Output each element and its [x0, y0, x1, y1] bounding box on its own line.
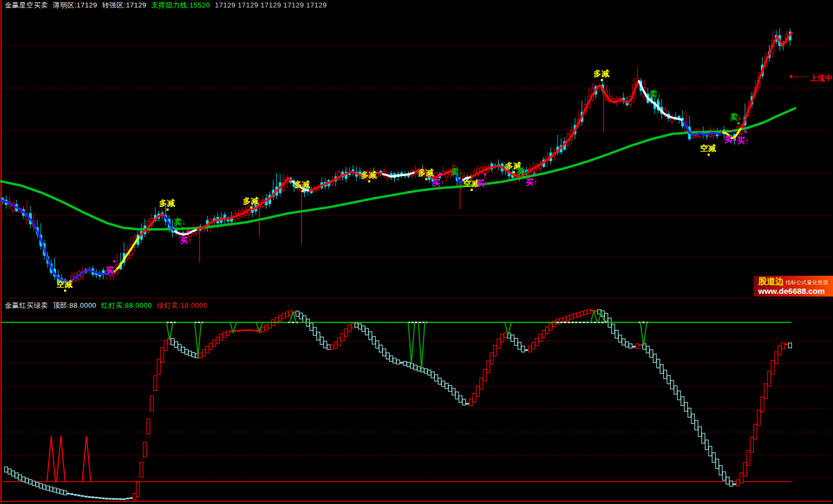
signal-dot [64, 290, 66, 292]
signal-dot [737, 122, 740, 124]
signal-label: 买↑ [526, 178, 538, 187]
signal-dot [166, 209, 169, 211]
signal-label: 买↑ [106, 266, 118, 275]
signal-dot [250, 206, 252, 209]
signal-label: 买↑ [737, 136, 749, 145]
chart-canvas[interactable]: 空减买↑多减卖↓买↑多减多减多减多减买↑卖↓空减买↑多减卖↓买↑多减卖↓空减买↑… [0, 0, 833, 504]
red-spike [57, 436, 65, 482]
signal-dot [513, 171, 515, 173]
signal-label: 买↑ [180, 236, 192, 245]
signal-label: 卖↓ [174, 217, 186, 226]
signal-dot [657, 99, 659, 101]
signal-dot [440, 173, 442, 175]
signal-dot [484, 173, 486, 175]
strong-zone-value: 转强区:17129 [102, 1, 146, 9]
green-v-mark [408, 323, 415, 364]
signal-label: 卖↓ [451, 167, 463, 176]
annotation-text: 上涨中 [810, 74, 832, 82]
top-panel-header: 金赢星空买卖薄弱区:17129转强区:17129支撑阻力线:1552017129… [5, 1, 332, 10]
signal-label: 卖↓ [730, 112, 742, 121]
signal-label: 多减 [243, 196, 259, 205]
signal-dot [425, 178, 427, 180]
signal-dot [744, 131, 747, 133]
watermark-tagline: 指标公式量化资源 [786, 279, 828, 285]
bottom-indicator-title: 金赢红买绿卖 [5, 301, 48, 309]
signal-label: 空减 [57, 279, 73, 289]
top-value: 顶部:88.0000 [53, 301, 97, 309]
green-v-mark [166, 323, 173, 341]
green-v-mark [418, 323, 425, 370]
signal-label: 卖↓ [649, 89, 662, 98]
signal-dot [708, 154, 710, 156]
annotation-dot [790, 75, 792, 78]
resistance-values: 17129 17129 17129 17129 17129 [215, 1, 327, 9]
bottom-panel-header: 金赢红买绿卖顶部:88.0000红灯买:88.0000绿灯卖:18.0000 [5, 301, 212, 310]
green-light-sell-value: 绿灯卖:18.0000 [157, 301, 208, 309]
signal-dot [458, 177, 461, 179]
signal-label: 多减 [361, 170, 377, 179]
watermark-brand: 股道边 [758, 277, 784, 286]
top-indicator-title: 金赢星空买卖 [5, 1, 48, 9]
bottom-candles [5, 310, 792, 500]
support-resistance-value: 支撑阻力线:15520 [152, 1, 210, 9]
trading-chart-window: 空减买↑多减卖↓买↑多减多减多减多减买↑卖↓空减买↑多减卖↓买↑多减卖↓空减买↑… [0, 0, 833, 504]
ma-line [1, 108, 795, 229]
signal-dot [471, 189, 473, 191]
weak-zone-value: 薄弱区:17129 [53, 1, 97, 9]
signal-label: 买↑ [432, 178, 445, 187]
signal-label: 多减 [294, 180, 310, 189]
green-v-mark [640, 323, 647, 346]
signal-label: 买↑ [477, 179, 489, 188]
signal-label: 多减 [593, 69, 609, 78]
trend-segment [639, 81, 683, 121]
signal-dot [181, 227, 184, 229]
watermark-banner: 股道边指标公式量化资源 www.de6688.com [753, 276, 833, 297]
trend-segment [1, 200, 115, 282]
red-light-buy-value: 红灯买:88.0000 [101, 301, 152, 309]
signal-dot [368, 180, 370, 182]
trend-segment [115, 236, 140, 271]
green-v-mark [195, 323, 201, 357]
red-spike [47, 436, 55, 482]
signal-dot [302, 190, 304, 192]
red-spike [82, 436, 91, 482]
green-v-mark [591, 311, 597, 323]
signal-label: 多减 [159, 198, 175, 207]
watermark-url: www.de6688.com [758, 287, 833, 295]
signal-dot [113, 260, 115, 262]
signal-label: 空减 [700, 143, 716, 153]
signal-label: 买↑ [724, 135, 736, 144]
signal-dot [187, 230, 189, 233]
signal-dot [533, 172, 535, 174]
signal-dot [732, 130, 734, 132]
signal-label: 多减 [418, 168, 434, 177]
signal-label: 卖↓ [517, 166, 529, 175]
top-candles [2, 28, 792, 287]
trend-segment [472, 81, 639, 177]
signal-dot [601, 79, 603, 81]
